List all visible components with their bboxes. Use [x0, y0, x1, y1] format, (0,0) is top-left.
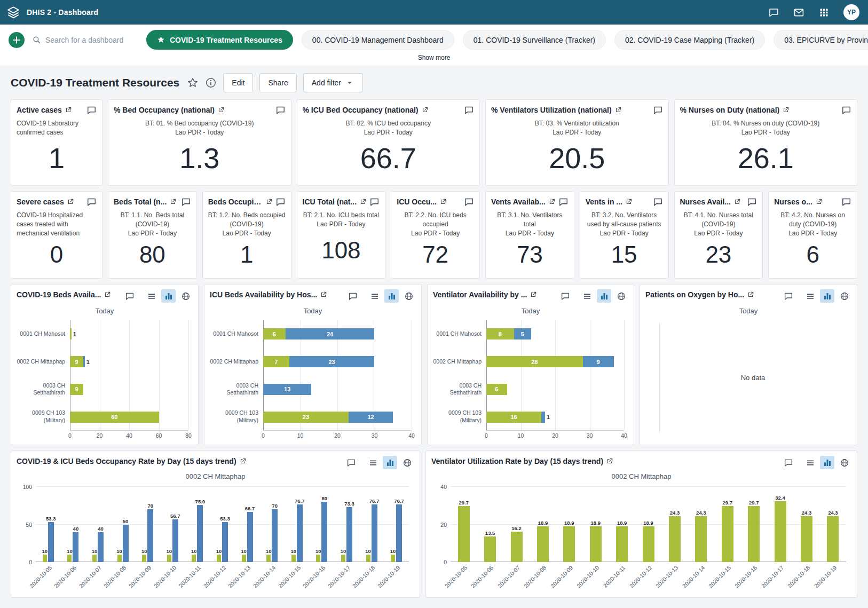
- messages-icon[interactable]: [793, 7, 804, 18]
- interpretations-icon[interactable]: [781, 456, 795, 469]
- axis-tick-label: 50: [26, 522, 32, 528]
- column-group: 13.5: [477, 487, 503, 562]
- layers-icon: [6, 5, 20, 19]
- open-in-app-icon[interactable]: [67, 198, 74, 206]
- interpretations-icon[interactable]: [841, 105, 851, 115]
- open-in-app-icon[interactable]: [359, 198, 367, 206]
- open-in-app-icon[interactable]: [320, 291, 327, 298]
- show-more-button[interactable]: Show more: [9, 50, 859, 66]
- interpretations-icon[interactable]: [275, 105, 286, 115]
- chart-category-row: 0002 CH Mittaphap289: [433, 348, 624, 376]
- chart-category-row: 0009 CH 103 (Military)60: [17, 403, 188, 431]
- user-avatar[interactable]: YP: [843, 4, 859, 20]
- open-in-app-icon[interactable]: [439, 198, 447, 206]
- view-as-map-icon[interactable]: [401, 289, 416, 303]
- bar-value-label: 6: [273, 331, 276, 337]
- open-in-app-icon[interactable]: [65, 106, 72, 114]
- new-dashboard-button[interactable]: [9, 32, 25, 48]
- indicator-card: Vents in ...BT: 3.2. No. Ventilators use…: [580, 191, 669, 279]
- info-icon[interactable]: [205, 77, 217, 89]
- interpretations-icon[interactable]: [181, 197, 191, 207]
- view-as-chart-icon[interactable]: [597, 289, 611, 303]
- interpretations-icon[interactable]: [464, 197, 474, 207]
- dashboard-chip[interactable]: 03. EPICURVE by Province: [774, 30, 868, 50]
- open-in-app-icon[interactable]: [169, 198, 177, 206]
- chart-category-row: 0001 CH Mahosot624: [210, 320, 412, 348]
- open-in-app-icon[interactable]: [421, 106, 429, 114]
- open-in-app-icon[interactable]: [782, 106, 790, 114]
- open-in-app-icon[interactable]: [625, 198, 633, 206]
- column-group: 24.3: [688, 487, 714, 562]
- interpretations-icon[interactable]: [122, 289, 137, 303]
- open-in-app-icon[interactable]: [815, 198, 823, 206]
- open-in-app-icon[interactable]: [104, 291, 111, 298]
- bar-value-label: 18.9: [590, 520, 601, 526]
- dashboard-search-input[interactable]: [45, 36, 133, 44]
- view-as-map-icon[interactable]: [837, 289, 851, 303]
- open-in-app-icon[interactable]: [606, 457, 613, 465]
- add-filter-button[interactable]: Add filter: [303, 73, 363, 92]
- open-in-app-icon[interactable]: [217, 106, 225, 114]
- interpretations-icon[interactable]: [841, 197, 851, 207]
- indicator-card: Nurses Avail...BT: 4.1. No. Nurses total…: [674, 191, 763, 279]
- share-button[interactable]: Share: [259, 73, 296, 92]
- view-as-chart-icon[interactable]: [161, 289, 176, 303]
- apps-menu-icon[interactable]: [818, 7, 830, 18]
- bar-value-label: 23: [328, 359, 335, 365]
- chart-subtitle: Today: [17, 303, 193, 320]
- view-as-table-icon[interactable]: [580, 289, 594, 303]
- view-as-map-icon[interactable]: [178, 289, 193, 303]
- interpretations-icon[interactable]: [558, 197, 569, 207]
- view-as-table-icon[interactable]: [367, 289, 382, 303]
- view-as-chart-icon[interactable]: [384, 289, 399, 303]
- chart-row: COVID-19 Beds Availa...Today0001 CH Maho…: [0, 284, 868, 445]
- bar: [247, 512, 253, 562]
- dashboard-chip[interactable]: COVID-19 Treatment Resources: [146, 30, 293, 50]
- view-as-table-icon[interactable]: [803, 456, 817, 469]
- view-as-map-icon[interactable]: [614, 289, 628, 303]
- interpretations-icon[interactable]: [464, 105, 474, 115]
- dashboard-chip[interactable]: 02. COVID-19 Case Mapping (Tracker): [614, 30, 765, 50]
- view-as-chart-icon[interactable]: [820, 289, 834, 303]
- view-as-chart-icon[interactable]: [383, 456, 397, 469]
- open-in-app-icon[interactable]: [747, 291, 754, 298]
- interpretations-icon[interactable]: [86, 197, 97, 207]
- dashboard-title: COVID-19 Treatment Resources: [11, 76, 179, 89]
- card-subtitle: BT: 3.2. No. Ventilators used by all-cau…: [586, 211, 663, 238]
- view-as-map-icon[interactable]: [400, 456, 414, 469]
- view-as-table-icon[interactable]: [803, 289, 817, 303]
- interpretations-icon[interactable]: [747, 197, 757, 207]
- dhis2-home-button[interactable]: [0, 0, 27, 25]
- indicator-card: Nurses o...BT: 4.2. No. Nurses on duty (…: [768, 191, 857, 279]
- bar-segment: 9: [583, 356, 614, 367]
- view-as-map-icon[interactable]: [837, 456, 851, 469]
- open-in-app-icon[interactable]: [548, 198, 556, 206]
- dashboard-chip[interactable]: 00. COVID-19 Management Dashboard: [302, 30, 454, 50]
- interpretations-icon[interactable]: [653, 105, 663, 115]
- open-in-app-icon[interactable]: [733, 198, 741, 206]
- interpretations-icon[interactable]: [86, 105, 97, 115]
- interpretations-icon[interactable]: [345, 289, 360, 303]
- interpretations-icon[interactable]: [781, 289, 795, 303]
- chart-subtitle: 0002 CH Mittaphap: [20, 469, 411, 485]
- interpretations-icon[interactable]: [653, 197, 663, 207]
- column-group: 1076.7: [285, 487, 310, 562]
- edit-button[interactable]: Edit: [223, 73, 253, 92]
- interpretations-icon[interactable]: [344, 456, 358, 469]
- view-as-table-icon[interactable]: [366, 456, 380, 469]
- open-in-app-icon[interactable]: [239, 457, 247, 465]
- view-as-table-icon[interactable]: [144, 289, 159, 303]
- interpretations-icon[interactable]: [369, 197, 380, 207]
- dashboard-chip[interactable]: 01. COVID-19 Surveillance (Tracker): [463, 30, 606, 50]
- open-in-app-icon[interactable]: [265, 198, 273, 206]
- view-as-chart-icon[interactable]: [820, 456, 834, 469]
- interpretations-icon[interactable]: [275, 197, 286, 207]
- bar-segment: 23: [263, 412, 349, 423]
- star-dashboard-icon[interactable]: [187, 77, 199, 89]
- interpretations-icon[interactable]: [558, 289, 572, 303]
- open-in-app-icon[interactable]: [530, 291, 537, 298]
- horizontal-bar-chart: Today0001 CH Mahosot6240002 CH Mittaphap…: [210, 303, 416, 440]
- interpretations-icon[interactable]: [768, 7, 779, 18]
- axis-tick-label: 0: [485, 432, 488, 439]
- open-in-app-icon[interactable]: [614, 106, 622, 114]
